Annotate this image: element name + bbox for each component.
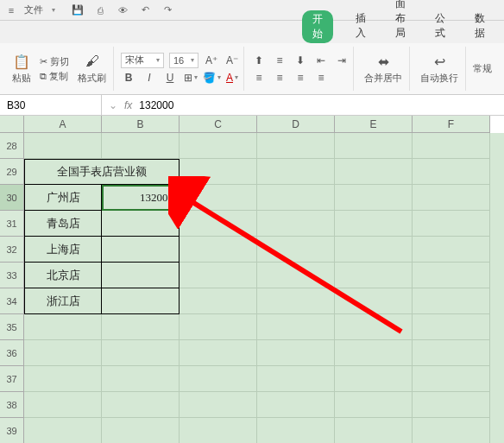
spreadsheet-grid[interactable]: A B C D E F 28 29 30 31 32 33 34 35 36 3… xyxy=(0,116,504,443)
cell[interactable] xyxy=(180,314,257,340)
cell[interactable] xyxy=(257,159,335,185)
cell[interactable] xyxy=(24,133,102,159)
align-middle-icon[interactable]: ≡ xyxy=(272,53,287,68)
cut-button[interactable]: ✂剪切 xyxy=(40,55,69,68)
font-name-select[interactable]: 宋体▾ xyxy=(121,53,164,68)
row-header[interactable]: 38 xyxy=(0,392,24,418)
cell[interactable] xyxy=(335,211,413,237)
cell[interactable] xyxy=(24,418,102,443)
align-right-icon[interactable]: ≡ xyxy=(293,70,308,85)
cell[interactable] xyxy=(257,237,335,263)
cell[interactable] xyxy=(24,366,102,392)
cell[interactable] xyxy=(335,237,413,263)
bold-button[interactable]: B xyxy=(121,70,136,85)
cell[interactable] xyxy=(257,340,335,366)
col-header[interactable]: D xyxy=(257,116,335,133)
cell[interactable] xyxy=(102,392,180,418)
align-top-icon[interactable]: ⬆ xyxy=(251,53,267,68)
cell[interactable] xyxy=(257,314,335,340)
tab-formula[interactable]: 公式 xyxy=(428,9,452,43)
font-color-button[interactable]: A▾ xyxy=(224,70,240,85)
cell[interactable] xyxy=(335,133,413,159)
cell-b34[interactable] xyxy=(102,288,180,314)
cell[interactable] xyxy=(413,288,490,314)
format-painter-button[interactable]: 🖌 格式刷 xyxy=(74,51,110,86)
cell[interactable] xyxy=(335,366,413,392)
cell[interactable] xyxy=(413,340,490,366)
col-header[interactable]: C xyxy=(180,116,257,133)
tab-data[interactable]: 数据 xyxy=(468,9,492,43)
cell[interactable] xyxy=(335,185,413,211)
cell[interactable] xyxy=(257,133,335,159)
align-center-icon[interactable]: ≡ xyxy=(272,70,287,85)
cell[interactable] xyxy=(257,366,335,392)
cell[interactable] xyxy=(335,340,413,366)
indent-right-icon[interactable]: ⇥ xyxy=(334,53,350,68)
cell[interactable] xyxy=(413,263,490,288)
cell[interactable] xyxy=(413,211,490,237)
decrease-font-icon[interactable]: A⁻ xyxy=(224,53,240,68)
file-dropdown-icon[interactable]: ▾ xyxy=(52,6,55,14)
cell[interactable] xyxy=(257,211,335,237)
cell[interactable] xyxy=(413,314,490,340)
merge-button[interactable]: ⬌ 合并居中 xyxy=(361,51,406,86)
cell-a30[interactable]: 广州店 xyxy=(24,185,102,211)
cell[interactable] xyxy=(335,159,413,185)
row-header[interactable]: 30 xyxy=(0,185,24,211)
formula-input[interactable]: 132000 xyxy=(139,99,173,111)
tab-insert[interactable]: 插入 xyxy=(349,9,373,43)
cell[interactable] xyxy=(413,392,490,418)
redo-icon[interactable]: ↷ xyxy=(161,3,174,17)
cell-b30[interactable]: 132000 xyxy=(102,185,180,211)
cell[interactable] xyxy=(24,340,102,366)
select-all-corner[interactable] xyxy=(0,116,24,133)
name-box[interactable]: B30 xyxy=(0,95,102,115)
cell[interactable] xyxy=(335,392,413,418)
cell[interactable] xyxy=(413,418,490,443)
cell[interactable] xyxy=(257,185,335,211)
cell[interactable] xyxy=(335,288,413,314)
row-header[interactable]: 31 xyxy=(0,211,24,237)
cell[interactable] xyxy=(102,133,180,159)
cell[interactable] xyxy=(180,418,257,443)
align-left-icon[interactable]: ≡ xyxy=(251,70,267,85)
col-header[interactable]: F xyxy=(413,116,490,133)
cell[interactable] xyxy=(102,418,180,443)
cell[interactable] xyxy=(180,366,257,392)
cell-b33[interactable] xyxy=(102,263,180,288)
cell[interactable] xyxy=(180,133,257,159)
tab-start[interactable]: 开始 xyxy=(302,10,333,43)
file-menu[interactable]: 文件 xyxy=(24,3,43,16)
cell[interactable] xyxy=(413,185,490,211)
cell[interactable] xyxy=(413,133,490,159)
underline-button[interactable]: U xyxy=(162,70,178,85)
indent-left-icon[interactable]: ⇤ xyxy=(313,53,329,68)
cell[interactable] xyxy=(257,288,335,314)
number-format-select[interactable]: 常规 xyxy=(473,62,492,75)
cell-a33[interactable]: 北京店 xyxy=(24,263,102,288)
align-justify-icon[interactable]: ≡ xyxy=(313,70,329,85)
cell[interactable] xyxy=(102,366,180,392)
cell[interactable] xyxy=(413,159,490,185)
cell[interactable] xyxy=(180,263,257,288)
cell[interactable] xyxy=(180,288,257,314)
copy-button[interactable]: ⧉复制 xyxy=(40,70,69,83)
col-header[interactable]: A xyxy=(24,116,102,133)
cell-a32[interactable]: 上海店 xyxy=(24,237,102,263)
font-size-select[interactable]: 16▾ xyxy=(169,53,198,68)
fill-color-button[interactable]: 🪣▾ xyxy=(204,70,219,85)
cell[interactable] xyxy=(180,237,257,263)
app-menu-icon[interactable]: ≡ xyxy=(5,4,17,16)
cell-a34[interactable]: 浙江店 xyxy=(24,288,102,314)
increase-font-icon[interactable]: A⁺ xyxy=(204,53,219,68)
italic-button[interactable]: I xyxy=(142,70,157,85)
cell[interactable] xyxy=(180,211,257,237)
cell-title[interactable]: 全国手表店营业额 xyxy=(24,159,180,185)
align-bottom-icon[interactable]: ⬇ xyxy=(293,53,308,68)
cell[interactable] xyxy=(413,366,490,392)
cell[interactable] xyxy=(413,237,490,263)
preview-icon[interactable]: 👁 xyxy=(116,3,129,17)
save-icon[interactable]: 💾 xyxy=(71,3,85,17)
tab-layout[interactable]: 页面布局 xyxy=(388,0,413,43)
cell[interactable] xyxy=(257,392,335,418)
